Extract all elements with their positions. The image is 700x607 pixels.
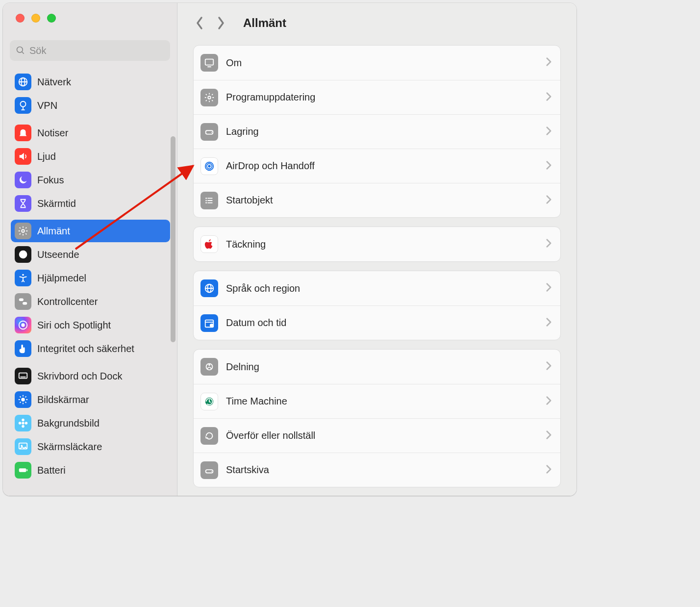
- scrollbar-thumb[interactable]: [171, 136, 175, 342]
- forward-button[interactable]: [213, 15, 229, 31]
- settings-row-label: Lagring: [226, 126, 546, 137]
- sidebar-item-fokus[interactable]: Fokus: [11, 169, 170, 191]
- settings-row-startobjekt[interactable]: Startobjekt: [194, 183, 560, 217]
- globe-icon: [200, 279, 218, 297]
- bell-icon: [15, 125, 31, 141]
- settings-row-label: Datum och tid: [226, 317, 546, 329]
- back-button[interactable]: [191, 15, 208, 31]
- svg-line-1: [22, 52, 24, 54]
- siri-icon: [15, 317, 31, 333]
- sidebar-item-bildskarm[interactable]: Bildskärmar: [11, 388, 170, 411]
- reset-icon: [200, 427, 218, 445]
- settings-row-label: Språk och region: [226, 283, 546, 294]
- hand-icon: [15, 340, 31, 357]
- search-icon: [16, 46, 25, 55]
- sidebar-item-allmant[interactable]: Allmänt: [11, 220, 170, 242]
- sidebar-item-kontroll[interactable]: Kontrollcenter: [11, 290, 170, 313]
- sidebar-item-label: Skärmsläckare: [37, 441, 102, 453]
- settings-row-datum[interactable]: Datum och tid: [194, 305, 560, 340]
- minimize-window-button[interactable]: [31, 14, 40, 23]
- apple-icon: [200, 235, 218, 253]
- sidebar-item-label: Kontrollcenter: [37, 296, 98, 307]
- settings-row-label: Startskiva: [226, 464, 546, 476]
- sidebar: Sök NätverkVPNNotiserLjudFokusSkärmtidAl…: [3, 3, 177, 496]
- sidebar-scroll[interactable]: NätverkVPNNotiserLjudFokusSkärmtidAllmän…: [3, 63, 177, 496]
- settings-row-label: Täckning: [226, 239, 546, 250]
- sidebar-group: Skrivbord och DockBildskärmarBakgrundsbi…: [3, 365, 177, 481]
- sidebar-item-label: Integritet och säkerhet: [37, 343, 134, 354]
- chevron-right-icon: [546, 283, 551, 294]
- chevron-right-icon: [546, 195, 551, 206]
- settings-row-tackning[interactable]: Täckning: [194, 227, 560, 261]
- settings-row-startskiva[interactable]: Startskiva: [194, 453, 560, 487]
- settings-row-label: Delning: [226, 361, 546, 373]
- sidebar-group: AllmäntUtseendeHjälpmedelKontrollcenterS…: [3, 220, 177, 360]
- settings-row-airdrop[interactable]: AirDrop och Handoff: [194, 149, 560, 183]
- settings-row-lagring[interactable]: Lagring: [194, 114, 560, 149]
- globe-icon: [15, 74, 31, 90]
- page-title: Allmänt: [243, 16, 286, 30]
- sidebar-item-vpn[interactable]: VPN: [11, 94, 170, 117]
- settings-section: Täckning: [193, 227, 561, 262]
- search-placeholder: Sök: [29, 45, 46, 56]
- moon-icon: [15, 172, 31, 188]
- sidebar-item-ljud[interactable]: Ljud: [11, 145, 170, 168]
- settings-section: Språk och regionDatum och tid: [193, 271, 561, 340]
- settings-row-label: Om: [226, 57, 546, 69]
- content-area: OmProgramuppdateringLagringAirDrop och H…: [177, 43, 576, 496]
- dock-icon: [15, 368, 31, 384]
- chevron-right-icon: [546, 396, 551, 407]
- settings-row-label: Överför eller nollställ: [226, 430, 546, 441]
- sidebar-item-bakgrund[interactable]: Bakgrundsbild: [11, 412, 170, 434]
- search-input[interactable]: Sök: [10, 40, 170, 61]
- settings-row-delning[interactable]: Delning: [194, 350, 560, 384]
- settings-row-om[interactable]: Om: [194, 46, 560, 80]
- sidebar-item-batteri[interactable]: Batteri: [11, 459, 170, 481]
- gear-icon: [15, 223, 31, 239]
- chevron-left-icon: [195, 16, 204, 30]
- share-icon: [200, 358, 218, 376]
- settings-row-overfor[interactable]: Överför eller nollställ: [194, 418, 560, 453]
- settings-row-label: AirDrop och Handoff: [226, 160, 546, 172]
- chevron-right-icon: [546, 92, 551, 103]
- sidebar-item-utseende[interactable]: Utseende: [11, 243, 170, 266]
- settings-row-label: Programuppdatering: [226, 92, 546, 103]
- settings-row-timemachine[interactable]: Time Machine: [194, 384, 560, 418]
- sidebar-item-skrivbord[interactable]: Skrivbord och Dock: [11, 365, 170, 387]
- header: Allmänt: [177, 3, 576, 43]
- settings-row-label: Startobjekt: [226, 195, 546, 206]
- sidebar-item-label: Notiser: [37, 127, 68, 139]
- settings-row-sprak[interactable]: Språk och region: [194, 271, 560, 305]
- sidebar-item-skarmsl[interactable]: Skärmsläckare: [11, 435, 170, 458]
- sidebar-item-siri[interactable]: Siri och Spotlight: [11, 314, 170, 336]
- sidebar-item-hjalpmedel[interactable]: Hjälpmedel: [11, 267, 170, 289]
- calendar-icon: [200, 314, 218, 332]
- sidebar-item-notiser[interactable]: Notiser: [11, 122, 170, 144]
- sidebar-item-skarmtid[interactable]: Skärmtid: [11, 192, 170, 215]
- hourglass-icon: [15, 195, 31, 212]
- sun-icon: [15, 391, 31, 408]
- sidebar-item-natverk[interactable]: Nätverk: [11, 71, 170, 93]
- sidebar-item-label: Skärmtid: [37, 198, 76, 209]
- sidebar-item-label: Allmänt: [37, 226, 70, 237]
- chevron-right-icon: [546, 161, 551, 172]
- appearance-icon: [15, 246, 31, 263]
- close-window-button[interactable]: [16, 14, 25, 23]
- sidebar-item-label: Bildskärmar: [37, 394, 89, 405]
- sidebar-item-integritet[interactable]: Integritet och säkerhet: [11, 337, 170, 360]
- settings-row-programupp[interactable]: Programuppdatering: [194, 80, 560, 114]
- zoom-window-button[interactable]: [47, 14, 56, 23]
- sidebar-item-label: Utseende: [37, 249, 79, 260]
- search-container: Sök: [3, 30, 177, 63]
- svg-point-0: [17, 47, 23, 53]
- settings-section: OmProgramuppdateringLagringAirDrop och H…: [193, 45, 561, 218]
- sidebar-item-label: Fokus: [37, 175, 64, 186]
- accessibility-icon: [15, 270, 31, 286]
- settings-window: Sök NätverkVPNNotiserLjudFokusSkärmtidAl…: [3, 3, 576, 496]
- disk-icon: [200, 123, 218, 141]
- flower-icon: [15, 415, 31, 431]
- window-controls: [3, 3, 177, 30]
- chevron-right-icon: [217, 16, 225, 30]
- sidebar-item-label: VPN: [37, 100, 57, 111]
- switches-icon: [15, 293, 31, 310]
